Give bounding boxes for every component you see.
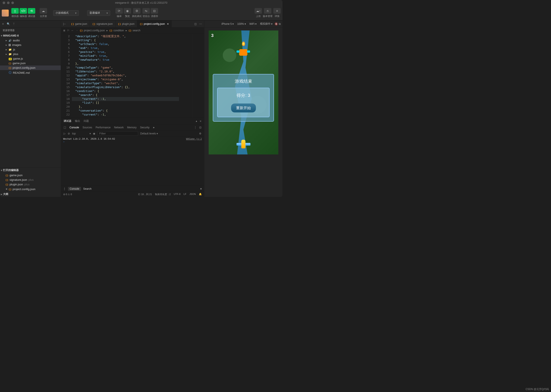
open-editor-item[interactable]: signature.jsonplus [0,177,61,182]
zoom-dropdown[interactable]: 100% ▾ [236,22,247,25]
simulator-button[interactable]: ▯ [11,8,19,14]
open-editors-section[interactable]: ▾打开的编辑器 [0,168,61,173]
upload-button[interactable]: ☁↑ [254,8,262,14]
devtools-menu-icon[interactable]: ⋮ [194,126,197,129]
debug-panel: 调试器 输出 问题 ▴× ⬚ Console Sources Performan… [61,118,204,192]
tree-folder[interactable]: ▸audio [0,38,61,43]
devtools-dock-icon[interactable]: ⊡ [199,126,202,129]
editor-tab[interactable]: signature.json [90,21,116,27]
status-eol[interactable]: LF [184,193,186,196]
tree-file[interactable]: project.config.json [0,65,61,70]
status-cursor[interactable]: 行 18，列 21 [138,193,152,196]
main-toolbar: ▯模拟器 </>编辑器 ⟲调试器 ☁云开发 小游戏模式 普通编译 ⟳编译 ◉预览… [0,6,283,21]
drawer-search-tab[interactable]: Search [83,187,91,190]
tree-folder[interactable]: ▸plus [0,52,61,56]
status-bell-icon[interactable]: 🔔 [199,193,202,196]
open-editor-item[interactable]: plugin.jsonplus [0,182,61,187]
debugger-button[interactable]: ⟲ [28,8,35,14]
list-icon[interactable]: ≣ [63,29,65,32]
user-avatar[interactable] [2,10,9,16]
device-dropdown[interactable]: iPhone 5 ▾ [220,22,235,25]
console-source-link[interactable]: WAGame.js:2 [186,138,202,140]
devtab-network[interactable]: Network [114,126,124,129]
mute-icon[interactable]: 🔇 [275,22,278,25]
console-log-line: Wechat Lib:2.10.0, 2020.1.6 16:54:02 [63,138,115,140]
editor-tab[interactable]: game.json [69,21,90,27]
outline-icon[interactable]: ≡ [2,22,4,25]
restart-button[interactable]: 重新开始 [231,104,256,112]
clear-console-icon[interactable]: ⊘ [68,132,70,135]
console-settings-icon[interactable]: ⚙ [199,132,202,135]
outline-section[interactable]: ▸大纲 [0,191,61,197]
forward-icon[interactable]: → [76,29,78,32]
devtab-performance[interactable]: Performance [96,126,111,129]
game-score: 3 [211,33,214,38]
inspect-icon[interactable]: ⬚ [64,126,66,129]
devtab-more[interactable]: » [153,126,154,129]
tree-file[interactable]: game.json [0,61,61,65]
more-icon[interactable]: ⋯ [199,22,202,25]
sim-action-dropdown[interactable]: 模拟操作 ▾ [259,22,274,26]
breadcrumb[interactable]: ≣ ⚐ ← → project.config.json ▸ condition … [61,28,204,34]
debug-tab-output[interactable]: 输出 [75,119,80,123]
editor-tab[interactable]: project.config.json× [137,21,172,27]
devtab-memory[interactable]: Memory [127,126,137,129]
minimap[interactable] [192,34,204,118]
devtab-security[interactable]: Security [140,126,149,129]
tree-file[interactable]: game.js [0,56,61,61]
status-bar: ⊘ 0 ⚠ 0 行 18，列 21 制表符长度：2 UTF-8 LF JSON … [61,192,204,197]
remote-debug-button[interactable]: ⚙ [133,8,140,14]
levels-dropdown[interactable]: Default levels ▾ [140,132,158,135]
dialog-score: 得分: 3 [222,92,265,98]
split-editor-icon[interactable]: ◫ [194,22,197,25]
debug-tab-problems[interactable]: 问题 [84,119,89,123]
search-icon[interactable]: 🔍 [7,22,10,25]
devtab-console[interactable]: Console [69,126,79,129]
cloud-button[interactable]: ☁ [40,8,47,14]
tab-history-icon[interactable]: |← [61,21,69,27]
version-button[interactable]: ⎋ [264,8,271,14]
drawer-console-tab[interactable]: Console [68,187,81,191]
bookmark-icon[interactable]: ⚐ [67,29,69,32]
status-problems[interactable]: ⊘ 0 ⚠ 0 [63,193,72,196]
back-icon[interactable]: ← [71,29,74,32]
drawer-close-icon[interactable]: × [200,187,202,190]
tree-file[interactable]: README.md [0,70,61,75]
collapse-icon[interactable]: ▴ [196,119,197,123]
status-lang[interactable]: JSON [189,193,196,196]
background-button[interactable]: ⇆ [142,8,150,14]
code-editor[interactable]: 2345678910111213141516171819202122 "desc… [61,34,204,118]
editor-button[interactable]: </> [20,8,27,14]
simulator-panel: iPhone 5 ▾ 100% ▾ WiFi ▾ 模拟操作 ▾ 🔇 ⧉ 3 游戏… [204,21,283,197]
game-over-dialog: 游戏结束 得分: 3 重新开始 [213,74,274,122]
editor-tabs: |← game.jsonsignature.jsonplugin.jsonpro… [61,21,204,28]
preview-button[interactable]: ◉ [124,8,131,14]
clear-cache-button[interactable]: ⊟ [151,8,158,14]
compile-mode-dropdown[interactable]: 普通编译 [87,10,110,16]
tree-folder[interactable]: ▸images [0,43,61,47]
popout-icon[interactable]: ⧉ [279,22,281,25]
game-bullet [242,42,245,46]
detail-button[interactable]: ≡ [273,8,281,14]
branch-icon[interactable]: ᛘ [13,22,14,25]
play-icon[interactable]: ▷ [64,132,65,135]
console-filter-input[interactable] [97,131,138,136]
eye-icon[interactable]: ◉ [93,132,95,135]
open-editor-item[interactable]: game.json [0,173,61,177]
devtab-sources[interactable]: Sources [83,126,92,129]
open-editor-item[interactable]: ×project.config.json [0,187,61,191]
status-encoding[interactable]: UTF-8 [174,193,181,196]
tree-folder[interactable]: ▸js [0,47,61,52]
drawer-menu-icon[interactable]: ⋮ [63,187,66,190]
network-dropdown[interactable]: WiFi ▾ [248,22,258,25]
debug-tab-debugger[interactable]: 调试器 [64,119,72,123]
compile-button[interactable]: ⟳ [116,8,123,14]
status-tabsize[interactable]: 制表符长度：2 [155,193,171,196]
mode-dropdown[interactable]: 小游戏模式 [53,10,79,16]
game-canvas[interactable]: 3 游戏结束 得分: 3 重新开始 [209,30,278,154]
console-prompt[interactable]: › [63,140,202,143]
editor-tab[interactable]: plugin.json [116,21,137,27]
context-dropdown[interactable]: top ▾ [72,132,91,135]
project-root[interactable]: ▾MINIGAME-8 [0,33,61,38]
close-icon[interactable]: × [200,119,202,123]
